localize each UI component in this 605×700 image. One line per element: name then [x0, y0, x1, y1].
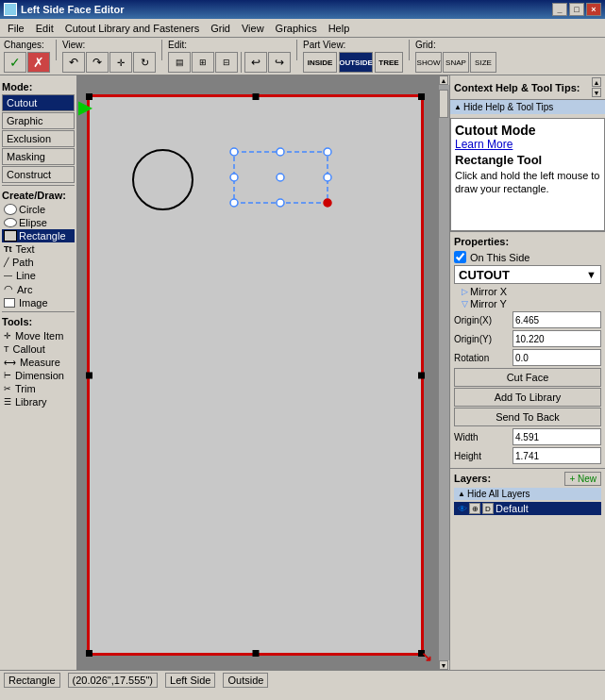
on-this-side-checkbox[interactable]: [454, 251, 466, 263]
drawn-circle[interactable]: [132, 149, 193, 210]
edit-btn3[interactable]: ⊟: [215, 52, 238, 73]
layer-visibility-icon[interactable]: 👁: [458, 504, 467, 514]
layer-lock-icon[interactable]: ⊕: [469, 503, 480, 514]
draw-image[interactable]: Image: [2, 296, 75, 309]
handle-mr[interactable]: [418, 372, 425, 378]
mode-cutout[interactable]: Cutout: [2, 94, 75, 111]
tree-button[interactable]: TREE: [375, 52, 403, 73]
sel-handle-ml: [230, 174, 238, 181]
menu-file[interactable]: File: [2, 21, 30, 36]
draw-text[interactable]: Tt Text: [2, 242, 75, 256]
title-bar-icon: [4, 3, 17, 16]
tool-callout[interactable]: T Callout: [2, 342, 75, 356]
menu-grid[interactable]: Grid: [205, 21, 236, 36]
cutout-dropdown-arrow: ▼: [586, 269, 597, 280]
apply-button[interactable]: ✓: [4, 52, 26, 73]
menu-help[interactable]: Help: [323, 21, 356, 36]
menu-graphics[interactable]: Graphics: [270, 21, 323, 36]
properties-header: Properties:: [454, 234, 601, 249]
image-icon: [4, 298, 15, 308]
add-to-library-button[interactable]: Add To Library: [454, 388, 601, 407]
circle-label: Circle: [19, 204, 45, 215]
hide-all-label: Hide All Layers: [467, 489, 530, 499]
cut-face-button[interactable]: Cut Face: [454, 368, 601, 387]
learn-more-link[interactable]: Learn More: [455, 138, 600, 151]
handle-bm[interactable]: [252, 650, 259, 657]
undo-button[interactable]: ↩: [244, 52, 267, 73]
tool-move-item[interactable]: ✛ Move Item: [2, 329, 75, 342]
grid-show-button[interactable]: SHOW: [415, 52, 442, 73]
draw-line[interactable]: — Line: [2, 269, 75, 282]
scroll-thumb[interactable]: [439, 90, 448, 118]
mode-graphic[interactable]: Graphic: [2, 112, 75, 129]
handle-bl[interactable]: [86, 650, 92, 657]
handle-tr[interactable]: [418, 93, 425, 100]
panel-scroll-down[interactable]: ▼: [592, 88, 601, 97]
mode-masking[interactable]: Masking: [2, 148, 75, 165]
height-label: Height: [454, 451, 511, 461]
scroll-up-button[interactable]: ▲: [439, 75, 448, 85]
tool-trim[interactable]: ✂ Trim: [2, 382, 75, 395]
redo-button[interactable]: ↪: [268, 52, 291, 73]
close-button[interactable]: ×: [586, 3, 601, 16]
draw-circle[interactable]: Circle: [2, 203, 75, 216]
edit-btn2[interactable]: ⊞: [192, 52, 214, 73]
changes-group: Changes: ✓ ✗: [4, 40, 50, 73]
status-coords: (20.026",17.555"): [68, 673, 158, 688]
mode-construct[interactable]: Construct: [2, 166, 75, 183]
grid-size-button[interactable]: SIZE: [470, 52, 496, 73]
menu-view[interactable]: View: [236, 21, 270, 36]
height-input[interactable]: [513, 447, 601, 464]
tool-dimension[interactable]: ⊢ Dimension: [2, 369, 75, 382]
hide-all-layers-row[interactable]: ▲ Hide All Layers: [454, 488, 601, 500]
minimize-button[interactable]: _: [552, 3, 567, 16]
hide-help-row[interactable]: ▲ Hide Help & Tool Tips: [450, 100, 605, 114]
panel-scroll-up[interactable]: ▲: [592, 77, 601, 87]
draw-path[interactable]: ╱ Path: [2, 256, 75, 269]
maximize-button[interactable]: □: [569, 3, 584, 16]
draw-rectangle[interactable]: Rectangle: [2, 229, 75, 242]
ellipse-label: Elipse: [19, 217, 47, 228]
line-label: Line: [16, 270, 36, 281]
menu-cutout-library[interactable]: Cutout Library and Fasteners: [59, 21, 205, 36]
selection-rectangle[interactable]: [227, 144, 335, 210]
send-to-back-button[interactable]: Send To Back: [454, 408, 601, 426]
scroll-track[interactable]: [439, 85, 449, 660]
handle-ml[interactable]: [86, 372, 92, 378]
default-layer-row[interactable]: 👁 ⊕ D Default: [454, 502, 601, 515]
scroll-down-button[interactable]: ▼: [439, 660, 448, 670]
cutout-dropdown[interactable]: CUTOUT ▼: [454, 265, 601, 284]
mode-exclusion[interactable]: Exclusion: [2, 130, 75, 147]
pan-button[interactable]: ✛: [109, 52, 132, 73]
rotate-left-button[interactable]: ↶: [62, 52, 85, 73]
cancel-button[interactable]: ✗: [27, 52, 50, 73]
origin-y-input[interactable]: [513, 330, 601, 347]
sel-handle-tr: [324, 148, 331, 156]
origin-y-row: Origin(Y): [454, 330, 601, 347]
outside-button[interactable]: OUTSIDE: [339, 52, 373, 73]
origin-x-input[interactable]: [513, 311, 601, 328]
tool-measure[interactable]: ⟷ Measure: [2, 356, 75, 369]
edit-btn1[interactable]: ▤: [168, 52, 191, 73]
menu-edit[interactable]: Edit: [30, 21, 59, 36]
rotation-input[interactable]: [513, 349, 601, 366]
layers-header: Layers: + New: [454, 471, 601, 486]
new-layer-button[interactable]: + New: [564, 472, 601, 486]
origin-x-row: Origin(X): [454, 311, 601, 328]
canvas-area[interactable]: ▶ ↘: [77, 75, 438, 670]
edit-group: Edit: ▤ ⊞ ⊟ ↩ ↪: [168, 40, 291, 73]
toolbar: Changes: ✓ ✗ View: ↶ ↷ ✛ ↻ Edit: ▤ ⊞ ⊟ ↩…: [0, 38, 605, 75]
rotate-right-button[interactable]: ↷: [86, 52, 109, 73]
tool-library[interactable]: ☰ Library: [2, 395, 75, 408]
cutout-dropdown-label: CUTOUT: [459, 268, 510, 282]
face-rectangle: ▶ ↘: [87, 94, 424, 656]
draw-ellipse[interactable]: Elipse: [2, 216, 75, 229]
status-view: Outside: [223, 673, 268, 688]
refresh-button[interactable]: ↻: [133, 52, 156, 73]
draw-arc[interactable]: ◠ Arc: [2, 282, 75, 296]
grid-snap-button[interactable]: SNAP: [443, 52, 469, 73]
inside-button[interactable]: INSIDE: [303, 52, 337, 73]
outside-label: OUTSIDE: [339, 58, 373, 67]
width-input[interactable]: [513, 428, 601, 445]
handle-tm[interactable]: [252, 93, 259, 100]
